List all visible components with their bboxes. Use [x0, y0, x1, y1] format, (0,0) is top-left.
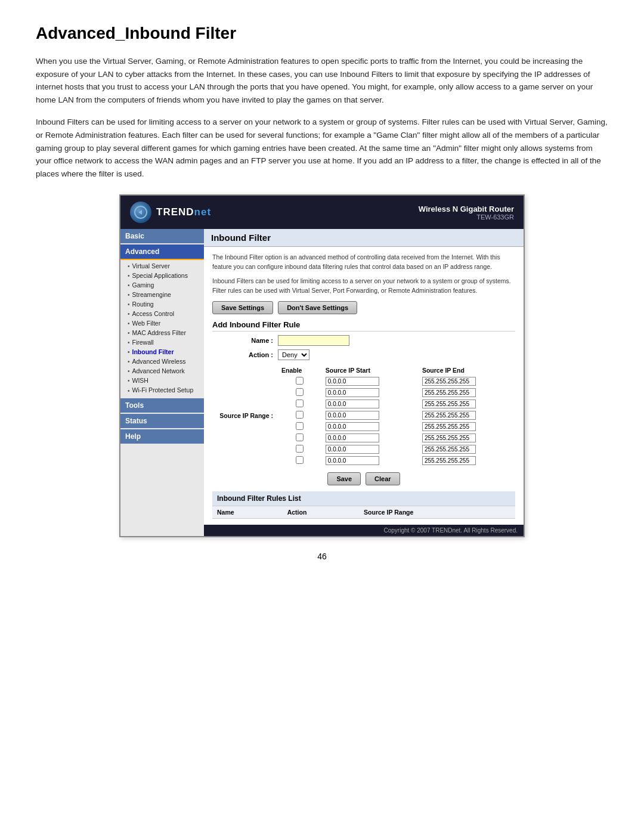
source-ip-start-3[interactable] [326, 400, 379, 408]
save-button[interactable]: Save [327, 472, 361, 485]
intro-paragraph-1: When you use the Virtual Server, Gaming,… [36, 55, 608, 106]
source-ip-end-2[interactable] [422, 388, 476, 397]
source-ip-start-5[interactable] [326, 422, 379, 431]
table-row [212, 421, 515, 432]
rules-list-title: Inbound Filter Rules List [212, 491, 515, 506]
sidebar: Basic Advanced Virtual Server Special Ap… [120, 229, 204, 536]
router-body: Basic Advanced Virtual Server Special Ap… [120, 229, 524, 536]
sidebar-item-advanced-wireless[interactable]: Advanced Wireless [120, 357, 204, 366]
rules-table: Name Action Source IP Range [212, 506, 515, 519]
page-title: Advanced_Inbound Filter [36, 24, 608, 43]
source-ip-start-1[interactable] [326, 377, 379, 386]
dont-save-settings-button[interactable]: Don't Save Settings [278, 301, 357, 314]
sidebar-btn-basic[interactable]: Basic [120, 229, 204, 243]
name-label: Name : [212, 337, 278, 344]
add-rule-section-title: Add Inbound Filter Rule [212, 320, 515, 332]
page-number: 46 [36, 552, 608, 561]
footer-copyright: Copyright © 2007 TRENDnet. All Rights Re… [204, 525, 524, 536]
sidebar-item-wish[interactable]: WISH [120, 376, 204, 385]
table-row [212, 387, 515, 398]
sidebar-btn-status[interactable]: Status [120, 414, 204, 428]
name-form-row: Name : [212, 335, 515, 346]
sidebar-item-advanced-network[interactable]: Advanced Network [120, 366, 204, 376]
sidebar-item-mac-address-filter[interactable]: MAC Address Filter [120, 328, 204, 337]
source-ip-end-8[interactable] [422, 456, 476, 465]
source-ip-end-1[interactable] [422, 377, 476, 386]
main-desc-1: The Inbound Filter option is an advanced… [212, 253, 515, 272]
settings-buttons: Save Settings Don't Save Settings [212, 301, 515, 314]
source-ip-start-header: Source IP Start [322, 365, 419, 376]
router-logo: TRENDnet [130, 202, 211, 223]
name-input[interactable] [278, 335, 349, 346]
rules-col-name: Name [212, 506, 283, 519]
intro-paragraph-2: Inbound Filters can be used for limiting… [36, 116, 608, 180]
main-section-title: Inbound Filter [204, 229, 524, 247]
sidebar-item-wifi-protected-setup[interactable]: Wi-Fi Protected Setup [120, 385, 204, 396]
sidebar-item-gaming[interactable]: Gaming [120, 280, 204, 290]
source-ip-start-7[interactable] [326, 445, 379, 454]
table-row: Source IP Range : [212, 410, 515, 421]
enable-checkbox-4[interactable] [296, 411, 304, 419]
sidebar-item-access-control[interactable]: Access Control [120, 309, 204, 318]
router-header: TRENDnet Wireless N Gigabit Router TEW-6… [120, 196, 524, 229]
enable-checkbox-7[interactable] [296, 445, 304, 453]
source-ip-end-4[interactable] [422, 411, 476, 420]
source-ip-end-3[interactable] [422, 400, 476, 408]
rules-col-action: Action [283, 506, 359, 519]
source-ip-end-7[interactable] [422, 445, 476, 454]
source-ip-end-6[interactable] [422, 433, 476, 442]
source-ip-start-8[interactable] [326, 456, 379, 465]
table-row [212, 444, 515, 455]
action-select[interactable]: Deny Allow [278, 349, 309, 360]
sidebar-section-basic: Basic [120, 229, 204, 243]
sidebar-section-status: Status [120, 414, 204, 428]
save-clear-buttons: Save Clear [212, 472, 515, 485]
rules-col-source-ip: Source IP Range [359, 506, 515, 519]
router-screenshot: TRENDnet Wireless N Gigabit Router TEW-6… [119, 194, 525, 537]
sidebar-section-help: Help [120, 429, 204, 444]
sidebar-item-routing[interactable]: Routing [120, 299, 204, 309]
model-number: TEW-633GR [419, 213, 514, 221]
action-form-row: Action : Deny Allow [212, 349, 515, 360]
source-ip-start-4[interactable] [326, 411, 379, 420]
product-name: Wireless N Gigabit Router [419, 205, 514, 213]
sidebar-item-firewall[interactable]: Firewall [120, 337, 204, 347]
sidebar-item-web-filter[interactable]: Web Filter [120, 318, 204, 328]
enable-checkbox-3[interactable] [296, 400, 304, 407]
enable-header: Enable [278, 365, 322, 376]
range-label [212, 376, 278, 387]
enable-checkbox-5[interactable] [296, 422, 304, 430]
main-content: Inbound Filter The Inbound Filter option… [204, 229, 524, 536]
ip-range-table: Enable Source IP Start Source IP End [212, 365, 515, 466]
source-ip-end-header: Source IP End [419, 365, 515, 376]
table-row [212, 432, 515, 444]
main-desc-2: Inbound Filters can be used for limiting… [212, 277, 515, 296]
save-settings-button[interactable]: Save Settings [212, 301, 273, 314]
sidebar-section-tools: Tools [120, 398, 204, 413]
brand-name: TRENDnet [156, 206, 211, 218]
table-row [212, 398, 515, 410]
sidebar-item-inbound-filter[interactable]: Inbound Filter [120, 347, 204, 357]
main-body: The Inbound Filter option is an advanced… [204, 247, 524, 525]
source-ip-start-6[interactable] [326, 433, 379, 442]
sidebar-btn-help[interactable]: Help [120, 429, 204, 444]
sidebar-section-advanced: Advanced Virtual Server Special Applicat… [120, 244, 204, 397]
logo-icon [130, 202, 151, 223]
sidebar-btn-advanced[interactable]: Advanced [120, 244, 204, 260]
enable-checkbox-8[interactable] [296, 456, 304, 464]
enable-checkbox-1[interactable] [296, 377, 304, 385]
sidebar-item-virtual-server[interactable]: Virtual Server [120, 261, 204, 271]
advanced-menu: Virtual Server Special Applications Gami… [120, 260, 204, 397]
sidebar-item-streamengine[interactable]: Streamengine [120, 290, 204, 299]
clear-button[interactable]: Clear [366, 472, 400, 485]
source-ip-end-5[interactable] [422, 422, 476, 431]
source-ip-range-label: Source IP Range : [212, 410, 278, 421]
sidebar-item-special-applications[interactable]: Special Applications [120, 271, 204, 280]
source-ip-start-2[interactable] [326, 388, 379, 397]
enable-checkbox-2[interactable] [296, 388, 304, 396]
router-model-info: Wireless N Gigabit Router TEW-633GR [419, 205, 514, 221]
action-label: Action : [212, 351, 278, 358]
table-row [212, 455, 515, 466]
enable-checkbox-6[interactable] [296, 433, 304, 441]
sidebar-btn-tools[interactable]: Tools [120, 398, 204, 413]
